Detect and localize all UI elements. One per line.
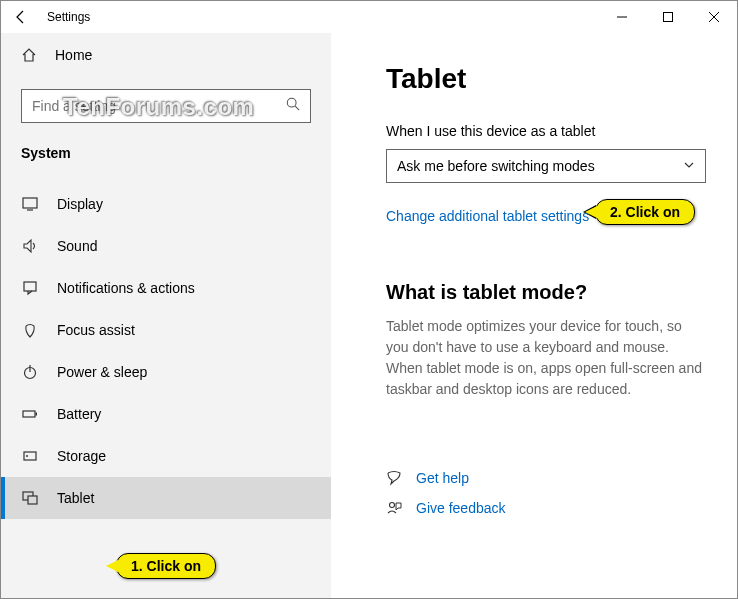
sidebar-item-sound[interactable]: Sound	[1, 225, 331, 267]
sidebar-item-label: Battery	[57, 406, 101, 422]
sidebar-item-focus-assist[interactable]: Focus assist	[1, 309, 331, 351]
give-feedback-icon	[386, 500, 402, 516]
titlebar: Settings	[1, 1, 737, 33]
sidebar-item-tablet[interactable]: Tablet	[1, 477, 331, 519]
field-label: When I use this device as a tablet	[386, 123, 707, 139]
minimize-button[interactable]	[599, 1, 645, 33]
sidebar-item-power-sleep[interactable]: Power & sleep	[1, 351, 331, 393]
svg-rect-16	[28, 496, 37, 504]
focus-assist-icon	[21, 321, 39, 339]
notifications-icon	[21, 279, 39, 297]
sidebar-item-display[interactable]: Display	[1, 183, 331, 225]
sound-icon	[21, 237, 39, 255]
svg-line-5	[295, 106, 299, 110]
home-icon	[21, 47, 37, 63]
search-input[interactable]: Find a setting	[21, 89, 311, 123]
svg-point-14	[26, 455, 28, 457]
change-additional-settings-link[interactable]: Change additional tablet settings	[386, 208, 589, 224]
chevron-down-icon	[683, 158, 695, 174]
search-placeholder: Find a setting	[32, 98, 116, 114]
section-title: What is tablet mode?	[386, 281, 707, 304]
sidebar-item-label: Tablet	[57, 490, 94, 506]
get-help-icon	[386, 470, 402, 486]
sidebar: Home TenForums.com Find a setting System…	[1, 33, 331, 598]
svg-rect-6	[23, 198, 37, 208]
section-body: Tablet mode optimizes your device for to…	[386, 316, 706, 400]
sidebar-item-label: Display	[57, 196, 103, 212]
sidebar-item-storage[interactable]: Storage	[1, 435, 331, 477]
home-nav-item[interactable]: Home	[1, 39, 331, 71]
sidebar-section-header: System	[1, 133, 331, 175]
sidebar-item-label: Power & sleep	[57, 364, 147, 380]
svg-rect-12	[36, 413, 38, 416]
home-label: Home	[55, 47, 92, 63]
close-button[interactable]	[691, 1, 737, 33]
search-icon	[286, 97, 300, 115]
get-help-link[interactable]: Get help	[416, 470, 469, 486]
tablet-icon	[21, 489, 39, 507]
window-title: Settings	[47, 10, 90, 24]
sidebar-item-label: Focus assist	[57, 322, 135, 338]
dropdown-value: Ask me before switching modes	[397, 158, 595, 174]
maximize-button[interactable]	[645, 1, 691, 33]
sidebar-item-battery[interactable]: Battery	[1, 393, 331, 435]
svg-rect-13	[24, 452, 36, 460]
sidebar-item-label: Notifications & actions	[57, 280, 195, 296]
power-icon	[21, 363, 39, 381]
back-button[interactable]	[13, 9, 29, 25]
display-icon	[21, 195, 39, 213]
sidebar-item-label: Storage	[57, 448, 106, 464]
sidebar-item-label: Sound	[57, 238, 97, 254]
battery-icon	[21, 405, 39, 423]
svg-rect-1	[664, 13, 673, 22]
svg-point-4	[287, 98, 296, 107]
svg-rect-11	[23, 411, 35, 417]
page-title: Tablet	[386, 63, 707, 95]
content-pane: Tablet When I use this device as a table…	[331, 33, 737, 598]
storage-icon	[21, 447, 39, 465]
sidebar-item-notifications[interactable]: Notifications & actions	[1, 267, 331, 309]
svg-rect-8	[24, 282, 36, 291]
give-feedback-link[interactable]: Give feedback	[416, 500, 506, 516]
svg-point-17	[390, 503, 395, 508]
tablet-mode-dropdown[interactable]: Ask me before switching modes	[386, 149, 706, 183]
